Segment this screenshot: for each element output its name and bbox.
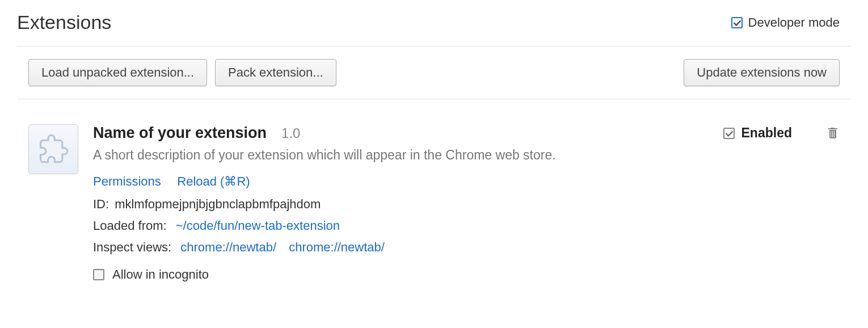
extension-id: mklmfopmejpnjbjgbnclapbmfpajhdom	[115, 197, 321, 211]
extension-version: 1.0	[281, 125, 300, 141]
developer-mode-label: Developer mode	[748, 15, 840, 30]
permissions-link[interactable]: Permissions	[93, 174, 161, 188]
update-extensions-button[interactable]: Update extensions now	[684, 59, 840, 86]
enabled-label: Enabled	[741, 125, 792, 141]
allow-incognito-label: Allow in incognito	[112, 267, 209, 282]
pack-extension-button[interactable]: Pack extension...	[215, 59, 336, 86]
id-label: ID:	[93, 197, 109, 211]
extension-item: Name of your extension 1.0 A short descr…	[17, 99, 851, 282]
page-title: Extensions	[17, 11, 111, 33]
inspect-view-link[interactable]: chrome://newtab/	[289, 240, 385, 254]
enabled-toggle[interactable]: Enabled	[723, 125, 792, 141]
developer-mode-toggle[interactable]: Developer mode	[731, 15, 840, 30]
allow-incognito-toggle[interactable]: Allow in incognito	[93, 267, 709, 282]
load-unpacked-button[interactable]: Load unpacked extension...	[28, 59, 207, 86]
extension-puzzle-icon	[28, 124, 78, 174]
checkbox-icon	[731, 17, 743, 28]
loaded-from-link[interactable]: ~/code/fun/new-tab-extension	[176, 218, 340, 233]
extension-name: Name of your extension	[93, 124, 267, 142]
inspect-views-label: Inspect views:	[93, 240, 171, 254]
checkbox-icon	[723, 128, 735, 139]
extension-description: A short description of your extension wh…	[93, 148, 709, 163]
reload-link[interactable]: Reload (⌘R)	[177, 174, 250, 188]
checkbox-icon	[93, 269, 104, 280]
loaded-from-label: Loaded from:	[93, 218, 167, 233]
trash-icon[interactable]	[826, 125, 840, 142]
inspect-view-link[interactable]: chrome://newtab/	[180, 240, 276, 254]
